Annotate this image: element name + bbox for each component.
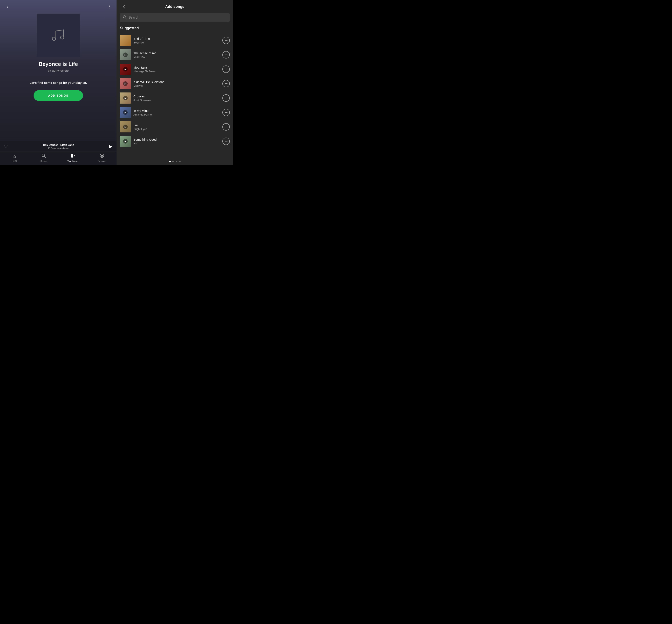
right-title: Add songs — [127, 4, 222, 9]
playlist-info: Beyonce is Life by worrynomore — [0, 61, 116, 72]
song-play-icon: ▶ — [123, 67, 128, 72]
song-artist: Amanda Palmer — [133, 113, 220, 116]
song-artwork-end-of-time — [120, 35, 131, 46]
nav-item-home[interactable]: ⌂ Home — [8, 154, 21, 162]
song-title: Crosses — [133, 95, 220, 98]
song-play-icon: ▶ — [123, 53, 128, 57]
right-back-button[interactable] — [120, 3, 127, 10]
nav-item-library[interactable]: Your Library — [67, 153, 79, 162]
song-artist: Bright Eyes — [133, 128, 220, 131]
song-artist: alt-J — [133, 142, 220, 145]
song-artist: Mogwai — [133, 84, 220, 87]
svg-point-7 — [101, 155, 103, 157]
nav-label-library: Your Library — [67, 160, 78, 162]
song-play-icon: ▶ — [123, 125, 128, 129]
song-details-mountains: Mountains Message To Bears — [133, 66, 220, 73]
song-item-the-sense-of-me[interactable]: ▶ The sense of me Mud Flow — [120, 48, 230, 62]
play-button[interactable]: ▶ — [109, 144, 112, 149]
song-title: Something Good — [133, 138, 220, 141]
dot-4 — [179, 161, 181, 162]
song-item-mountains[interactable]: ▶ Mountains Message To Bears — [120, 62, 230, 76]
add-song-button-in-my-mind[interactable] — [222, 109, 230, 116]
nav-label-search: Search — [41, 160, 47, 162]
song-details-something-good: Something Good alt-J — [133, 138, 220, 145]
song-item-in-my-mind[interactable]: ▶ In My Mind Amanda Palmer — [120, 105, 230, 120]
songs-list: Suggested End of Time Beyoncé ▶ The sens… — [116, 24, 233, 158]
empty-message: Let's find some songs for your playlist. — [4, 80, 112, 85]
now-playing-info: Tiny Dancer • Elton John ⊡ Devices Avail… — [8, 143, 109, 150]
song-title: End of Time — [133, 37, 220, 41]
back-button[interactable]: ‹ — [4, 3, 11, 10]
add-song-button-something-good[interactable] — [222, 137, 230, 145]
nav-label-premium: Premium — [98, 160, 106, 162]
song-title: Mountains — [133, 66, 220, 69]
song-artwork-crosses: ▶ — [120, 93, 131, 104]
now-playing-bar: ♡ Tiny Dancer • Elton John ⊡ Devices Ava… — [0, 141, 116, 152]
song-play-icon: ▶ — [123, 81, 128, 86]
add-song-button-crosses[interactable] — [222, 94, 230, 102]
song-artwork-mountains: ▶ — [120, 63, 131, 75]
song-artwork-the-sense-of-me: ▶ — [120, 49, 131, 60]
add-song-button-kids-will-be-skeletons[interactable] — [222, 80, 230, 87]
left-panel: ‹ Beyonce is Life by worrynomore Let's f… — [0, 0, 116, 165]
pagination-dots — [116, 158, 233, 165]
search-bar[interactable]: Search — [120, 13, 230, 22]
right-header: Add songs — [116, 0, 233, 12]
suggested-label: Suggested — [120, 26, 230, 30]
song-details-in-my-mind: In My Mind Amanda Palmer — [133, 109, 220, 116]
nav-label-home: Home — [12, 160, 17, 162]
add-song-button-mountains[interactable] — [222, 66, 230, 73]
song-item-something-good[interactable]: ▶ Something Good alt-J — [120, 134, 230, 149]
home-icon: ⌂ — [13, 154, 16, 159]
song-details-crosses: Crosses José González — [133, 95, 220, 102]
song-details-the-sense-of-me: The sense of me Mud Flow — [133, 51, 220, 58]
song-artwork-in-my-mind: ▶ — [120, 107, 131, 118]
song-title: In My Mind — [133, 109, 220, 112]
now-playing-sub: ⊡ Devices Available — [8, 147, 109, 150]
artwork-container — [0, 14, 116, 57]
heart-icon[interactable]: ♡ — [4, 144, 8, 149]
song-item-lua[interactable]: ▶ Lua Bright Eyes — [120, 120, 230, 134]
library-icon — [71, 153, 75, 159]
playlist-artwork — [37, 14, 80, 57]
nav-item-premium[interactable]: Premium — [96, 153, 108, 162]
svg-line-3 — [44, 156, 46, 158]
search-text: Search — [129, 16, 139, 19]
playlist-author: by worrynomore — [4, 69, 112, 72]
song-details-lua: Lua Bright Eyes — [133, 123, 220, 131]
search-icon — [123, 15, 127, 20]
song-item-kids-will-be-skeletons[interactable]: ▶ Kids Will Be Skeletons Mogwai — [120, 76, 230, 91]
song-item-end-of-time[interactable]: End of Time Beyoncé — [120, 33, 230, 48]
song-item-crosses[interactable]: ▶ Crosses José González — [120, 91, 230, 105]
song-play-icon: ▶ — [123, 110, 128, 115]
svg-line-9 — [125, 18, 126, 19]
song-artwork-lua: ▶ — [120, 121, 131, 132]
svg-rect-5 — [72, 154, 73, 158]
add-song-button-end-of-time[interactable] — [222, 37, 230, 44]
more-button[interactable] — [106, 3, 112, 10]
song-artist: José González — [133, 99, 220, 102]
svg-rect-4 — [71, 154, 72, 158]
premium-icon — [100, 153, 104, 159]
song-title: Lua — [133, 123, 220, 127]
add-song-button-lua[interactable] — [222, 123, 230, 131]
add-songs-button[interactable]: ADD SONGS — [33, 90, 83, 101]
svg-point-1 — [60, 36, 64, 39]
left-header: ‹ — [0, 0, 116, 11]
nav-item-search[interactable]: Search — [37, 153, 50, 162]
song-artist: Beyoncé — [133, 41, 220, 44]
now-playing-title: Tiny Dancer • Elton John — [8, 143, 109, 147]
song-title: Kids Will Be Skeletons — [133, 80, 220, 84]
song-details-kids-will-be-skeletons: Kids Will Be Skeletons Mogwai — [133, 80, 220, 87]
add-song-button-the-sense-of-me[interactable] — [222, 51, 230, 58]
playlist-title: Beyonce is Life — [4, 61, 112, 67]
search-nav-icon — [42, 153, 46, 159]
right-panel: Add songs Search Suggested End of Time B… — [116, 0, 233, 165]
dot-3 — [176, 161, 177, 162]
song-artwork-kids-will-be-skeletons: ▶ — [120, 78, 131, 89]
dot-2 — [172, 161, 174, 162]
svg-point-0 — [52, 37, 56, 41]
song-play-icon: ▶ — [123, 139, 128, 144]
songs-container: End of Time Beyoncé ▶ The sense of me Mu… — [120, 33, 230, 149]
song-title: The sense of me — [133, 51, 220, 55]
